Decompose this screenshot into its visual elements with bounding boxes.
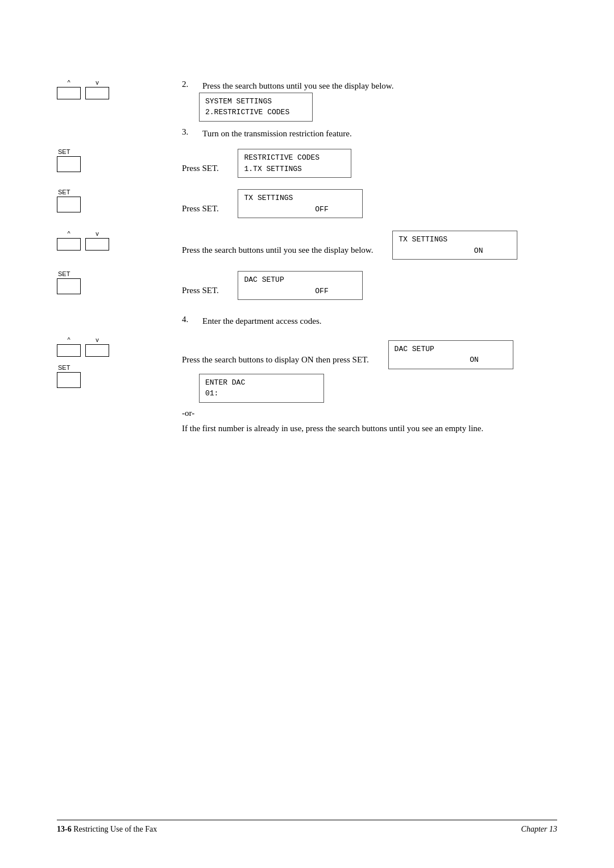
- up-arrow-rect-2[interactable]: [57, 238, 81, 251]
- sub-step2-label: Press SET.: [182, 204, 219, 213]
- down-arrow-label-2: v: [96, 231, 99, 237]
- step4-header-row: 4. Enter the department access codes.: [57, 315, 557, 328]
- or-text: -or-: [182, 408, 557, 418]
- down-arrow-label-3: v: [96, 337, 99, 343]
- set-label-3: SET: [58, 271, 70, 277]
- content-area: ^ v 2. Press the search buttons until yo…: [57, 80, 557, 441]
- step4-sub-row: ^ v SET Press the search buttons to disp…: [57, 337, 557, 435]
- sub-step1-content: Press SET. RESTRICTIVE CODES 1.TX SETTIN…: [182, 149, 557, 178]
- footer-chapter-title: Restricting Use of the Fax: [73, 825, 157, 833]
- step3-header-row: 3. Turn on the transmission restriction …: [57, 127, 557, 140]
- step2-text-row: 2. Press the search buttons until you se…: [182, 80, 557, 93]
- sub-step4-icons: SET: [57, 271, 182, 294]
- step2-instruction: Press the search buttons until you see t…: [202, 80, 393, 93]
- set-rect-4[interactable]: [57, 372, 81, 388]
- sub-step4-lcd: DAC SETUP OFF: [238, 271, 363, 300]
- step4-text-row: 4. Enter the department access codes.: [182, 315, 557, 328]
- step4-instruction: Enter the department access codes.: [202, 315, 322, 328]
- down-arrow-rect-3[interactable]: [85, 344, 109, 357]
- down-arrow-label: v: [96, 80, 99, 86]
- step4-header-content: 4. Enter the department access codes.: [182, 315, 557, 328]
- step2-number: 2.: [182, 80, 198, 89]
- set-button-group-3: SET: [57, 271, 182, 294]
- step4-sub-label: Press the search buttons to display ON t…: [182, 354, 369, 364]
- footer-page-number: 13-6: [57, 825, 72, 833]
- down-arrow-button[interactable]: v: [85, 80, 109, 99]
- up-arrow-button-2[interactable]: ^: [57, 231, 81, 251]
- up-arrow-label-3: ^: [67, 337, 70, 343]
- sub-step3-row: ^ v Press the search buttons until you s…: [57, 231, 557, 260]
- sub-step2-row: SET Press SET. TX SETTINGS OFF: [57, 189, 557, 218]
- step4-number: 4.: [182, 315, 198, 324]
- up-arrow-label: ^: [67, 80, 70, 86]
- step2-content: 2. Press the search buttons until you se…: [182, 80, 557, 122]
- step4-sub-content: Press the search buttons to display ON t…: [182, 337, 557, 435]
- step2-lcd: SYSTEM SETTINGS 2.RESTRICTIVE CODES: [199, 93, 313, 122]
- up-arrow-rect[interactable]: [57, 87, 81, 99]
- sub-step2-content: Press SET. TX SETTINGS OFF: [182, 189, 557, 218]
- arrow-button-group-3: ^ v: [57, 337, 182, 357]
- sub-step3-content: Press the search buttons until you see t…: [182, 231, 557, 260]
- step2-icons: ^ v: [57, 80, 182, 102]
- footer-left: 13-6 Restricting Use of the Fax: [57, 825, 157, 834]
- step4-sub-icons: ^ v SET: [57, 337, 182, 388]
- up-arrow-rect-3[interactable]: [57, 344, 81, 357]
- sub-step1-lcd: RESTRICTIVE CODES 1.TX SETTINGS: [238, 149, 351, 178]
- set-button-group-1: SET: [57, 149, 182, 172]
- sub-step4-content: Press SET. DAC SETUP OFF: [182, 271, 557, 300]
- sub-step4-label: Press SET.: [182, 286, 219, 295]
- step2-row: ^ v 2. Press the search buttons until yo…: [57, 80, 557, 122]
- step4-lcd2: ENTER DAC 01:: [199, 374, 324, 403]
- sub-step3-lcd: TX SETTINGS ON: [392, 231, 517, 260]
- footer-right: Chapter 13: [521, 825, 557, 834]
- sub-step1-row: SET Press SET. RESTRICTIVE CODES 1.TX SE…: [57, 149, 557, 178]
- up-arrow-button[interactable]: ^: [57, 80, 81, 99]
- set-button-group-2: SET: [57, 189, 182, 212]
- sub-step1-icons: SET: [57, 149, 182, 172]
- down-arrow-rect-2[interactable]: [85, 238, 109, 251]
- step3-text-row: 3. Turn on the transmission restriction …: [182, 127, 557, 140]
- step3-number: 3.: [182, 127, 198, 137]
- footer: 13-6 Restricting Use of the Fax Chapter …: [57, 820, 557, 834]
- set-label-1: SET: [58, 149, 70, 155]
- sub-step3-icons: ^ v: [57, 231, 182, 253]
- arrow-button-group: ^ v: [57, 80, 182, 99]
- set-rect-2[interactable]: [57, 197, 81, 212]
- set-button-group-4: SET: [57, 365, 182, 388]
- sub-step4-row: SET Press SET. DAC SETUP OFF: [57, 271, 557, 300]
- footer-chapter-label: Chapter 13: [521, 825, 557, 833]
- down-arrow-rect[interactable]: [85, 87, 109, 99]
- step4-lcd1: DAC SETUP ON: [388, 340, 513, 369]
- up-arrow-button-3[interactable]: ^: [57, 337, 81, 357]
- sub-step1-label: Press SET.: [182, 164, 219, 173]
- set-label-2: SET: [58, 189, 70, 195]
- set-label-4: SET: [58, 365, 70, 371]
- up-arrow-label-2: ^: [67, 231, 70, 237]
- sub-step2-lcd: TX SETTINGS OFF: [238, 189, 363, 218]
- final-text: If the first number is already in use, p…: [182, 422, 512, 435]
- down-arrow-button-3[interactable]: v: [85, 337, 109, 357]
- set-rect-3[interactable]: [57, 278, 81, 294]
- set-rect-1[interactable]: [57, 156, 81, 172]
- arrow-button-group-2: ^ v: [57, 231, 182, 251]
- down-arrow-button-2[interactable]: v: [85, 231, 109, 251]
- page: ^ v 2. Press the search buttons until yo…: [0, 0, 614, 868]
- step3-instruction: Turn on the transmission restriction fea…: [202, 127, 352, 140]
- step3-header-content: 3. Turn on the transmission restriction …: [182, 127, 557, 140]
- sub-step3-label: Press the search buttons until you see t…: [182, 245, 373, 254]
- sub-step2-icons: SET: [57, 189, 182, 212]
